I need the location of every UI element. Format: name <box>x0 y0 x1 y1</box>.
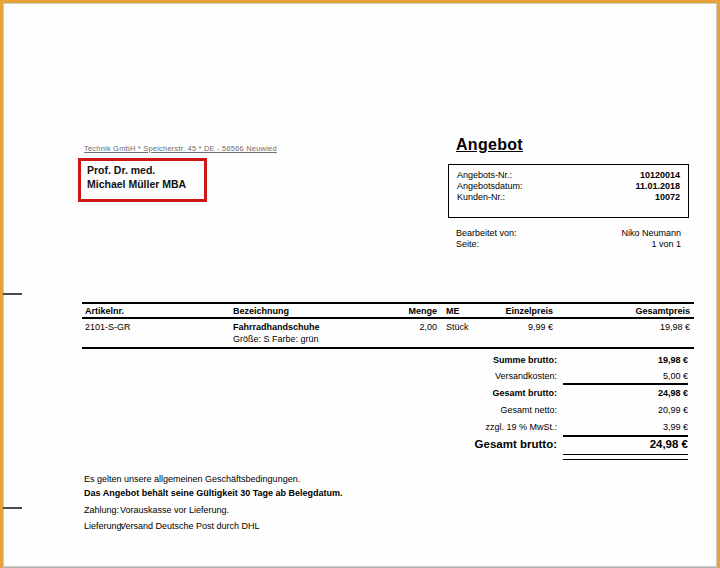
total-summe-brutto-row: Summe brutto: 19,98 € <box>348 355 688 366</box>
total-summe-brutto-label: Summe brutto: <box>348 355 557 366</box>
item-me: Stück <box>446 322 469 332</box>
total-gesamt-brutto-value: 24,98 € <box>557 388 688 399</box>
sender-line: Technik GmbH * Speicherstr. 45 * DE - 56… <box>84 144 277 153</box>
col-header-me: ME <box>446 306 460 316</box>
total-summe-brutto-value: 19,98 € <box>557 355 688 366</box>
total-gesamt-netto-value: 20,99 € <box>557 405 688 416</box>
recipient-highlight-box: Prof. Dr. med. Michael Müller MBA <box>78 158 207 202</box>
item-variant: Größe: S Farbe: grün <box>233 334 319 344</box>
grand-total-row: Gesamt brutto: 24,98 € <box>348 439 688 450</box>
offer-info-box: Angebots-Nr.: 10120014 Angebotsdatum: 11… <box>448 164 689 218</box>
table-bottom-rule <box>82 347 694 349</box>
total-gesamt-netto-row: Gesamt netto: 20,99 € <box>348 405 688 416</box>
col-header-einzelpreis: Einzelpreis <box>473 306 553 316</box>
item-bezeichnung: Fahrradhandschuhe <box>233 322 320 332</box>
document-page: Technik GmbH * Speicherstr. 45 * DE - 56… <box>3 3 717 567</box>
offer-date-row: Angebotsdatum: 11.01.2018 <box>457 181 680 192</box>
payment-label: Zahlung: <box>84 505 119 516</box>
recipient-name: Michael Müller MBA <box>87 178 204 192</box>
screenshot-frame: Technik GmbH * Speicherstr. 45 * DE - 56… <box>0 0 720 568</box>
totals-rule-2 <box>563 435 688 437</box>
item-artikelnr: 2101-S-GR <box>85 322 131 332</box>
total-mwst-row: zzgl. 19 % MwSt.: 3,99 € <box>348 422 688 433</box>
total-versandkosten-value: 5,00 € <box>557 371 688 382</box>
customer-number-row: Kunden-Nr.: 10072 <box>457 192 680 203</box>
processed-by-label: Bearbeitet von: <box>456 228 517 239</box>
offer-number-label: Angebots-Nr.: <box>457 170 512 181</box>
total-versandkosten-label: Versandkosten: <box>348 371 557 382</box>
item-gesamtpreis: 19,98 € <box>610 322 690 332</box>
shipping-value: Versand Deutsche Post durch DHL <box>120 521 260 532</box>
offer-number-row: Angebots-Nr.: 10120014 <box>457 170 680 181</box>
total-versandkosten-row: Versandkosten: 5,00 € <box>348 371 688 382</box>
recipient-title: Prof. Dr. med. <box>87 164 204 178</box>
col-header-bezeichnung: Bezeichnung <box>233 306 289 316</box>
table-top-rule <box>82 302 694 304</box>
item-menge: 2,00 <box>377 322 437 332</box>
table-header-rule <box>82 317 694 319</box>
col-header-menge: Menge <box>377 306 437 316</box>
col-header-artikelnr: Artikelnr. <box>85 306 124 316</box>
total-gesamt-brutto-label: Gesamt brutto: <box>348 388 557 399</box>
fold-mark-bottom <box>3 507 22 509</box>
processing-meta: Bearbeitet von: Niko Neumann Seite: 1 vo… <box>448 228 689 250</box>
item-einzelpreis: 9,99 € <box>473 322 553 332</box>
customer-number-value: 10072 <box>655 192 680 203</box>
customer-number-label: Kunden-Nr.: <box>457 192 505 203</box>
total-mwst-label: zzgl. 19 % MwSt.: <box>348 422 557 433</box>
processed-by-value: Niko Neumann <box>621 228 681 239</box>
validity-line: Das Angebot behält seine Gültigkeit 30 T… <box>84 488 343 499</box>
payment-value: Vorauskasse vor Lieferung. <box>120 505 229 516</box>
processed-by-row: Bearbeitet von: Niko Neumann <box>456 228 681 239</box>
document-title: Angebot <box>456 136 523 154</box>
col-header-gesamtpreis: Gesamtpreis <box>610 306 690 316</box>
grand-total-double-rule <box>563 454 688 460</box>
total-mwst-value: 3,99 € <box>557 422 688 433</box>
totals-rule-1 <box>563 383 688 385</box>
fold-mark-top <box>3 293 22 295</box>
offer-date-label: Angebotsdatum: <box>457 181 523 192</box>
grand-total-value: 24,98 € <box>557 439 688 450</box>
items-table: Artikelnr. Bezeichnung Menge ME Einzelpr… <box>82 302 694 352</box>
grand-total-label: Gesamt brutto: <box>348 439 557 450</box>
total-gesamt-brutto-row: Gesamt brutto: 24,98 € <box>348 388 688 399</box>
offer-date-value: 11.01.2018 <box>635 181 680 192</box>
offer-number-value: 10120014 <box>640 170 680 181</box>
shipping-label: Lieferung: <box>84 521 124 532</box>
page-number-row: Seite: 1 von 1 <box>456 239 681 250</box>
page-number-value: 1 von 1 <box>651 239 681 250</box>
page-number-label: Seite: <box>456 239 479 250</box>
terms-line: Es gelten unsere allgemeinen Geschäftsbe… <box>84 474 300 485</box>
total-gesamt-netto-label: Gesamt netto: <box>348 405 557 416</box>
